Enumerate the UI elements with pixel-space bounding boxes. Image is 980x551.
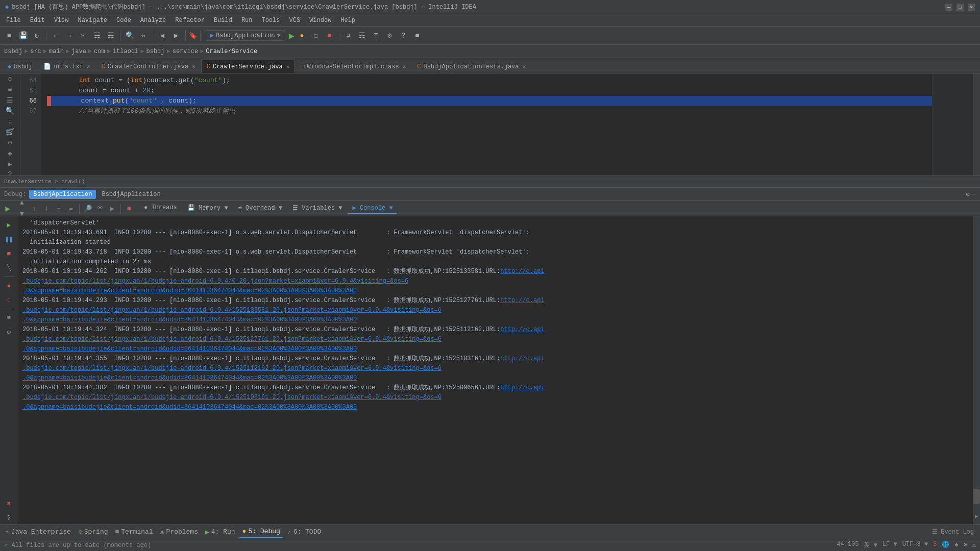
tab-bsbdj[interactable]: ◆ bsbdj [2,60,38,73]
bottom-tab-spring[interactable]: ♫ Spring [75,526,111,538]
tab-windowsselector-close[interactable]: ✕ [403,63,406,70]
tab-controller-close[interactable]: ✕ [192,63,195,70]
debug-subtab-overhead[interactable]: ⇄ Overhead ▼ [234,203,286,214]
bottom-tab-debug[interactable]: ● 5: Debug [239,526,283,538]
toolbar-sync-btn[interactable]: ↻ [31,30,43,42]
debug-tool-stop[interactable]: ■ [3,247,16,260]
debug-subtab-threads[interactable]: ● Threads [140,203,181,214]
cursor-position[interactable]: 44:105 [837,541,859,549]
console-line-14[interactable]: .0&appname=baisibudejie&client=android&u… [22,344,969,354]
bc-src[interactable]: src [30,48,41,55]
run-coverage-btn[interactable]: ☐ [310,30,322,42]
tab-urls[interactable]: 📄 urls.txt ✕ [38,60,95,73]
toolbar-save-btn[interactable]: 💾 [17,30,29,42]
gutter-btn-4[interactable]: 🔍 [3,107,17,115]
debug-watch-btn[interactable]: 👁 [94,203,106,214]
debug-tool-breakpoints[interactable]: ● [3,279,16,292]
menu-vcs[interactable]: VCS [285,16,305,25]
debug-step-out-btn[interactable]: ⇧ [29,203,40,214]
gutter-btn-7[interactable]: ⚙ [3,138,17,147]
notification-label[interactable]: △ [972,541,976,549]
run-button[interactable]: ▶ [289,30,295,41]
toolbar-forward-btn[interactable]: ▶ [170,30,182,42]
gutter-btn-9[interactable]: ▶ [3,160,17,168]
bc-com[interactable]: com [94,48,105,55]
toolbar-paste-btn[interactable]: ☴ [105,30,117,42]
memory-label[interactable]: ⚙ [964,541,967,549]
toolbar-cut-btn[interactable]: ✂ [77,30,89,42]
menu-navigate[interactable]: Navigate [74,16,111,25]
stop-button[interactable]: ■ [324,30,336,42]
console-area[interactable]: 'dispatcherServlet' 2018-05-01 10:19:43.… [18,216,973,524]
bc-crawlerservice[interactable]: CrawlerService [206,48,257,55]
bottom-tab-problems[interactable]: ▲ Problems [157,526,201,538]
editor-scrollbar[interactable] [973,73,980,176]
debug-app-tab-2[interactable]: BsbdjApplication [97,190,164,199]
toolbar-more-btn[interactable]: ■ [411,30,424,42]
debug-tool-pause[interactable]: ❚❚ [3,233,16,246]
toolbar-undo-btn[interactable]: ← [50,30,62,42]
bottom-tab-enterprise[interactable]: ☀ Java Enterprise [2,526,74,538]
bc-main[interactable]: main [49,48,64,55]
scroll-to-bottom-btn[interactable]: ▶ [973,513,979,519]
debug-app-tab-1[interactable]: BsbdjApplication [29,190,96,199]
debug-step-into-btn[interactable]: ⇩ [41,203,52,214]
debug-tool-mute[interactable]: ○ [3,293,16,307]
bottom-tab-run[interactable]: ▶ 4: Run [202,526,238,538]
debug-step-over-btn[interactable]: ⇦ [65,203,77,214]
menu-file[interactable]: File [2,16,25,25]
tab-controller[interactable]: C CrawlerController.java ✕ [95,60,201,73]
console-link-3[interactable]: http://c.api [500,326,544,333]
menu-tools[interactable]: Tools [258,16,284,25]
scrollbar-thumb[interactable] [973,489,980,504]
tab-windowsselector[interactable]: □ WindowsSelectorImpl.class ✕ [295,60,411,73]
console-line-8[interactable]: .0&appname=baisibudejie&client=android&u… [22,286,969,296]
lf-label[interactable]: LF ▼ [883,541,897,549]
menu-code[interactable]: Code [112,16,135,25]
menu-edit[interactable]: Edit [26,16,49,25]
gutter-btn-6[interactable]: 🛒 [3,128,17,136]
toolbar-frames-btn[interactable]: ☶ [356,30,369,42]
debug-subtab-console[interactable]: ▶ Console ▼ [348,203,397,214]
bc-bsbdj[interactable]: bsbdj [4,48,22,55]
debug-tool-settings[interactable]: ⚙ [3,325,16,339]
debug-tool-disconnect[interactable]: ╲ [3,261,16,274]
debug-step-over-up[interactable]: ▲ [16,197,28,209]
menu-help[interactable]: Help [336,16,359,25]
debug-subtab-variables[interactable]: ☰ Variables ▼ [288,203,346,214]
debug-stop-btn[interactable]: ■ [124,203,135,214]
debug-eval-btn[interactable]: 🔎 [82,203,93,214]
console-link-1[interactable]: http://c.api [500,268,544,275]
debug-tool-restore[interactable]: ✖ [3,497,16,510]
debug-settings-btn[interactable]: ⚙ [966,190,970,198]
menu-run[interactable]: Run [237,16,257,25]
run-config-selector[interactable]: ▶ BsbdjApplication ▼ [206,30,285,41]
gutter-btn-5[interactable]: ↕ [3,117,17,126]
console-line-19[interactable]: .budejie.com/topic/list/jingxuan/1/budej… [22,393,969,403]
menu-analyze[interactable]: Analyze [136,16,170,25]
tab-service[interactable]: C CrawlerService.java ✕ [201,60,296,73]
toolbar-help-btn[interactable]: ? [398,30,410,42]
debug-trace-btn[interactable]: ▶ [107,203,118,214]
encoding-label[interactable]: 英 ▼ [864,541,877,549]
toolbar-settings-btn[interactable]: ⚙ [384,30,396,42]
console-link-2[interactable]: http://c.api [500,297,544,304]
menu-refactor[interactable]: Refactor [171,16,209,25]
toolbar-scope-btn[interactable]: ⊤ [370,30,382,42]
console-line-17[interactable]: .0&appname=baisibudejie&client=android&u… [22,373,969,383]
gutter-btn-2[interactable]: ≡ [3,86,17,94]
console-line-11[interactable]: .0&appname=baisibudejie&client=android&u… [22,315,969,325]
debug-tool-frames[interactable]: ≡ [3,311,16,324]
close-button[interactable]: ✕ [968,4,975,11]
bc-itlaoqi[interactable]: itlaoqi [113,48,138,55]
tab-apptest[interactable]: C BsbdjApplicationTests.java ✕ [411,60,531,73]
debug-button[interactable]: ● [296,30,308,42]
toolbar-jump-btn[interactable]: ⇄ [342,30,355,42]
menu-window[interactable]: Window [305,16,335,25]
event-log-btn[interactable]: ☰ Event Log [932,528,978,536]
bc-service[interactable]: service [173,48,198,55]
console-line-13[interactable]: .budejie.com/topic/list/jingxuan/1/budej… [22,335,969,344]
toolbar-replace-btn[interactable]: ⇔ [137,30,150,42]
debug-right-scrollbar[interactable]: ▶ [973,216,980,524]
toolbar-search-btn[interactable]: 🔍 [124,30,136,42]
